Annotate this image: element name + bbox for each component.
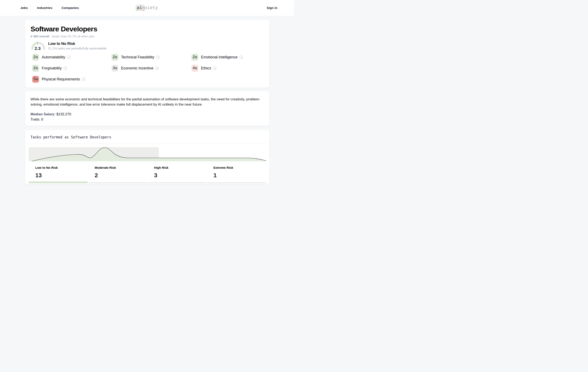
rating-badge: 2/5 — [112, 54, 118, 61]
rating-badge: 3/5 — [112, 65, 118, 72]
median-salary-row: Median Salary: $132,270 — [31, 112, 264, 116]
nav-item-companies[interactable]: Companies — [62, 6, 79, 10]
rating-technical-feasibility: 2/5 Technical Feasibility i — [112, 54, 191, 61]
stat-moderate-risk: Moderate Risk 2 — [88, 166, 147, 179]
info-icon[interactable]: i — [63, 66, 67, 70]
bar-segment-extreme — [207, 183, 266, 184]
job-rank-line: # 385 overall · better than 55.7% of oth… — [31, 34, 264, 38]
info-icon[interactable]: i — [156, 55, 160, 59]
stat-count: 2 — [95, 172, 147, 179]
median-salary-value: $132,270 — [56, 112, 71, 116]
rating-badge: 5/5 — [32, 76, 39, 83]
rating-ethics: 4/5 Ethics i — [191, 65, 264, 72]
stat-high-risk: High Risk 3 — [147, 166, 207, 179]
brand-logo[interactable]: ainxiety — [135, 5, 158, 11]
risk-gauge-row: 2.3 Low to No Risk 21.1% tasks are parti… — [31, 41, 264, 50]
risk-note: 21.1% tasks are partially/fully automata… — [48, 46, 106, 50]
risk-category-label: Low to No Risk — [48, 42, 106, 46]
rating-badge: 2/5 — [191, 54, 198, 61]
rating-forgivability: 2/5 Forgivability i — [32, 65, 112, 72]
rating-badge: 4/5 — [191, 65, 198, 72]
nav-links: Jobs Industries Companies — [20, 0, 79, 16]
median-salary-label: Median Salary: — [31, 112, 55, 116]
traits-row: Traits: 0 — [31, 117, 264, 121]
page-title: Software Developers — [31, 25, 264, 33]
job-rank-note: better than 55.7% of other jobs — [52, 34, 94, 38]
density-curve — [29, 147, 266, 161]
job-overview-card: Software Developers # 385 overall · bett… — [25, 20, 269, 88]
rating-badge: 2/5 — [32, 54, 39, 61]
job-rank: # 385 overall — [31, 34, 49, 38]
gauge-needle — [37, 42, 38, 44]
info-icon[interactable]: i — [67, 55, 71, 59]
risk-score: 2.3 — [31, 46, 45, 51]
info-icon[interactable]: i — [213, 66, 217, 70]
rating-automatability: 2/5 Automatability i — [32, 54, 112, 61]
info-icon[interactable]: i — [155, 66, 159, 70]
nav-item-jobs[interactable]: Jobs — [20, 6, 28, 10]
tasks-card: Tasks performed as Software Developers L… — [25, 130, 269, 184]
risk-distribution-chart — [29, 147, 266, 161]
logo-wordmark: ainxiety — [136, 5, 158, 10]
stat-count: 13 — [35, 172, 88, 179]
tasks-heading: Tasks performed as Software Developers — [25, 130, 269, 144]
rating-emotional-intelligence: 2/5 Emotional Intelligence i — [191, 54, 264, 61]
sign-in-button[interactable]: Sign in — [267, 0, 277, 16]
risk-stats-row: Low to No Risk 13 Moderate Risk 2 High R… — [29, 161, 266, 179]
risk-segment-bar — [29, 181, 266, 183]
rating-physical-requirements: 5/5 Physical Requirements i — [32, 76, 112, 83]
bar-segment-low — [29, 181, 88, 183]
factor-ratings-grid: 2/5 Automatability i 2/5 Technical Feasi… — [32, 54, 264, 83]
top-navigation: Jobs Industries Companies ainxiety Sign … — [0, 0, 294, 16]
stat-count: 3 — [154, 172, 207, 179]
bar-segment-high — [148, 183, 207, 184]
nav-item-industries[interactable]: Industries — [37, 6, 52, 10]
rating-economic-incentive: 3/5 Economic Incentive i — [112, 65, 191, 72]
job-description: While there are some economic and techni… — [31, 97, 264, 107]
job-summary-card: While there are some economic and techni… — [25, 91, 269, 126]
stat-extreme-risk: Extreme Risk 1 — [207, 166, 266, 179]
stat-low-to-no-risk: Low to No Risk 13 — [29, 166, 88, 179]
risk-gauge: 2.3 — [31, 41, 46, 50]
rating-badge: 2/5 — [32, 65, 39, 72]
info-icon[interactable]: i — [239, 55, 243, 59]
stat-count: 1 — [213, 172, 266, 179]
bar-segment-moderate — [88, 183, 147, 184]
info-icon[interactable]: i — [82, 77, 85, 81]
